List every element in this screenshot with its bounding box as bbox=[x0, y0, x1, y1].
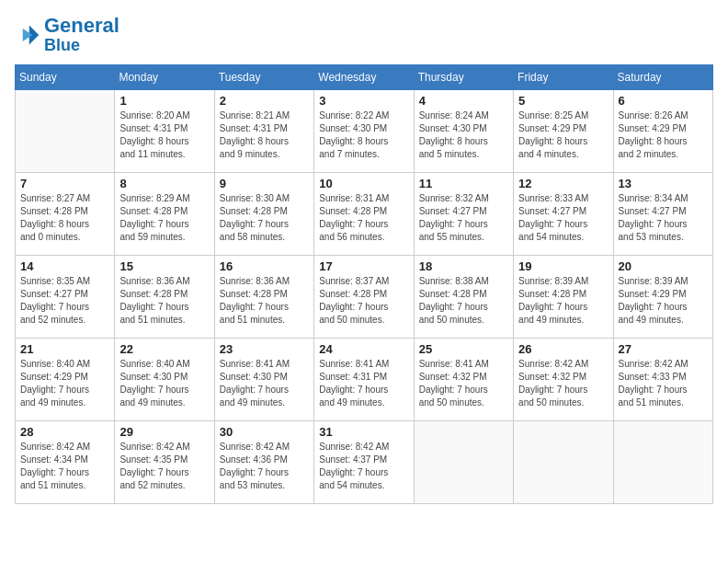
weekday-header: Tuesday bbox=[214, 64, 313, 89]
day-info: Sunrise: 8:42 AM Sunset: 4:33 PM Dayligh… bbox=[619, 358, 708, 409]
day-info: Sunrise: 8:31 AM Sunset: 4:28 PM Dayligh… bbox=[319, 192, 408, 244]
day-number: 21 bbox=[20, 342, 109, 356]
weekday-header: Monday bbox=[115, 64, 214, 89]
page-header: General Blue bbox=[15, 15, 713, 55]
day-number: 18 bbox=[419, 259, 508, 273]
day-info: Sunrise: 8:25 AM Sunset: 4:29 PM Dayligh… bbox=[518, 109, 608, 161]
day-number: 25 bbox=[419, 342, 508, 356]
calendar-header-row: SundayMondayTuesdayWednesdayThursdayFrid… bbox=[16, 64, 713, 89]
day-number: 15 bbox=[119, 259, 209, 273]
calendar-cell: 29Sunrise: 8:42 AM Sunset: 4:35 PM Dayli… bbox=[115, 420, 214, 503]
day-number: 11 bbox=[419, 177, 508, 190]
calendar-cell: 10Sunrise: 8:31 AM Sunset: 4:28 PM Dayli… bbox=[314, 172, 414, 255]
day-info: Sunrise: 8:42 AM Sunset: 4:36 PM Dayligh… bbox=[220, 441, 309, 492]
weekday-header: Friday bbox=[514, 64, 613, 89]
calendar-cell: 21Sunrise: 8:40 AM Sunset: 4:29 PM Dayli… bbox=[16, 338, 115, 420]
logo-icon bbox=[15, 22, 40, 48]
day-info: Sunrise: 8:39 AM Sunset: 4:29 PM Dayligh… bbox=[619, 275, 708, 327]
calendar-cell: 19Sunrise: 8:39 AM Sunset: 4:28 PM Dayli… bbox=[514, 255, 613, 338]
calendar-week-row: 1Sunrise: 8:20 AM Sunset: 4:31 PM Daylig… bbox=[16, 89, 713, 172]
day-number: 27 bbox=[619, 342, 708, 356]
calendar-cell: 7Sunrise: 8:27 AM Sunset: 4:28 PM Daylig… bbox=[16, 172, 115, 255]
day-number: 5 bbox=[518, 94, 608, 108]
day-info: Sunrise: 8:36 AM Sunset: 4:28 PM Dayligh… bbox=[119, 275, 209, 327]
calendar-cell: 27Sunrise: 8:42 AM Sunset: 4:33 PM Dayli… bbox=[613, 338, 712, 420]
calendar-header: SundayMondayTuesdayWednesdayThursdayFrid… bbox=[16, 64, 713, 89]
calendar-cell: 5Sunrise: 8:25 AM Sunset: 4:29 PM Daylig… bbox=[514, 89, 613, 172]
calendar-cell: 31Sunrise: 8:42 AM Sunset: 4:37 PM Dayli… bbox=[314, 420, 414, 503]
day-number: 30 bbox=[220, 425, 309, 439]
calendar-cell: 30Sunrise: 8:42 AM Sunset: 4:36 PM Dayli… bbox=[214, 420, 313, 503]
weekday-header: Saturday bbox=[613, 64, 712, 89]
day-info: Sunrise: 8:34 AM Sunset: 4:27 PM Dayligh… bbox=[619, 192, 708, 244]
day-number: 19 bbox=[518, 259, 608, 273]
calendar-cell: 28Sunrise: 8:42 AM Sunset: 4:34 PM Dayli… bbox=[16, 420, 115, 503]
calendar-week-row: 14Sunrise: 8:35 AM Sunset: 4:27 PM Dayli… bbox=[16, 255, 713, 338]
day-number: 13 bbox=[619, 177, 708, 190]
calendar-cell bbox=[414, 420, 513, 503]
day-info: Sunrise: 8:42 AM Sunset: 4:34 PM Dayligh… bbox=[20, 441, 109, 492]
day-number: 14 bbox=[20, 259, 109, 273]
calendar-cell: 23Sunrise: 8:41 AM Sunset: 4:30 PM Dayli… bbox=[214, 338, 313, 420]
calendar-cell: 20Sunrise: 8:39 AM Sunset: 4:29 PM Dayli… bbox=[613, 255, 712, 338]
day-number: 6 bbox=[619, 94, 708, 108]
logo-text: General Blue bbox=[44, 15, 119, 55]
calendar-cell: 16Sunrise: 8:36 AM Sunset: 4:28 PM Dayli… bbox=[214, 255, 313, 338]
day-info: Sunrise: 8:32 AM Sunset: 4:27 PM Dayligh… bbox=[419, 192, 508, 244]
day-info: Sunrise: 8:27 AM Sunset: 4:28 PM Dayligh… bbox=[20, 192, 109, 244]
weekday-header: Thursday bbox=[414, 64, 513, 89]
day-info: Sunrise: 8:24 AM Sunset: 4:30 PM Dayligh… bbox=[419, 109, 508, 161]
calendar-cell: 6Sunrise: 8:26 AM Sunset: 4:29 PM Daylig… bbox=[613, 89, 712, 172]
day-info: Sunrise: 8:42 AM Sunset: 4:37 PM Dayligh… bbox=[319, 441, 408, 492]
day-number: 20 bbox=[619, 259, 708, 273]
calendar-cell: 15Sunrise: 8:36 AM Sunset: 4:28 PM Dayli… bbox=[115, 255, 214, 338]
day-info: Sunrise: 8:37 AM Sunset: 4:28 PM Dayligh… bbox=[319, 275, 408, 327]
day-number: 4 bbox=[419, 94, 508, 108]
calendar-table: SundayMondayTuesdayWednesdayThursdayFrid… bbox=[15, 64, 713, 504]
calendar-week-row: 7Sunrise: 8:27 AM Sunset: 4:28 PM Daylig… bbox=[16, 172, 713, 255]
day-number: 29 bbox=[119, 425, 209, 439]
calendar-cell: 13Sunrise: 8:34 AM Sunset: 4:27 PM Dayli… bbox=[613, 172, 712, 255]
day-number: 26 bbox=[518, 342, 608, 356]
day-info: Sunrise: 8:20 AM Sunset: 4:31 PM Dayligh… bbox=[119, 109, 209, 161]
calendar-cell: 17Sunrise: 8:37 AM Sunset: 4:28 PM Dayli… bbox=[314, 255, 414, 338]
day-number: 10 bbox=[319, 177, 408, 190]
day-info: Sunrise: 8:41 AM Sunset: 4:30 PM Dayligh… bbox=[220, 358, 309, 409]
day-info: Sunrise: 8:36 AM Sunset: 4:28 PM Dayligh… bbox=[220, 275, 309, 327]
day-number: 16 bbox=[220, 259, 309, 273]
day-number: 23 bbox=[220, 342, 309, 356]
day-number: 7 bbox=[20, 177, 109, 190]
calendar-cell: 12Sunrise: 8:33 AM Sunset: 4:27 PM Dayli… bbox=[514, 172, 613, 255]
day-info: Sunrise: 8:42 AM Sunset: 4:32 PM Dayligh… bbox=[518, 358, 608, 409]
calendar-cell: 26Sunrise: 8:42 AM Sunset: 4:32 PM Dayli… bbox=[514, 338, 613, 420]
calendar-week-row: 21Sunrise: 8:40 AM Sunset: 4:29 PM Dayli… bbox=[16, 338, 713, 420]
day-number: 3 bbox=[319, 94, 408, 108]
day-info: Sunrise: 8:40 AM Sunset: 4:29 PM Dayligh… bbox=[20, 358, 109, 409]
day-info: Sunrise: 8:30 AM Sunset: 4:28 PM Dayligh… bbox=[220, 192, 309, 244]
calendar-cell: 25Sunrise: 8:41 AM Sunset: 4:32 PM Dayli… bbox=[414, 338, 513, 420]
calendar-cell: 22Sunrise: 8:40 AM Sunset: 4:30 PM Dayli… bbox=[115, 338, 214, 420]
calendar-cell: 11Sunrise: 8:32 AM Sunset: 4:27 PM Dayli… bbox=[414, 172, 513, 255]
day-info: Sunrise: 8:21 AM Sunset: 4:31 PM Dayligh… bbox=[220, 109, 309, 161]
calendar-cell: 1Sunrise: 8:20 AM Sunset: 4:31 PM Daylig… bbox=[115, 89, 214, 172]
logo: General Blue bbox=[15, 15, 119, 55]
calendar-week-row: 28Sunrise: 8:42 AM Sunset: 4:34 PM Dayli… bbox=[16, 420, 713, 503]
calendar-cell: 8Sunrise: 8:29 AM Sunset: 4:28 PM Daylig… bbox=[115, 172, 214, 255]
calendar-body: 1Sunrise: 8:20 AM Sunset: 4:31 PM Daylig… bbox=[16, 89, 713, 503]
calendar-cell: 24Sunrise: 8:41 AM Sunset: 4:31 PM Dayli… bbox=[314, 338, 414, 420]
calendar-cell bbox=[16, 89, 115, 172]
day-info: Sunrise: 8:40 AM Sunset: 4:30 PM Dayligh… bbox=[119, 358, 209, 409]
calendar-cell: 3Sunrise: 8:22 AM Sunset: 4:30 PM Daylig… bbox=[314, 89, 414, 172]
day-info: Sunrise: 8:41 AM Sunset: 4:32 PM Dayligh… bbox=[419, 358, 508, 409]
day-number: 12 bbox=[518, 177, 608, 190]
day-info: Sunrise: 8:41 AM Sunset: 4:31 PM Dayligh… bbox=[319, 358, 408, 409]
day-info: Sunrise: 8:42 AM Sunset: 4:35 PM Dayligh… bbox=[119, 441, 209, 492]
day-number: 8 bbox=[119, 177, 209, 190]
weekday-header: Wednesday bbox=[314, 64, 414, 89]
weekday-header: Sunday bbox=[16, 64, 115, 89]
day-number: 22 bbox=[119, 342, 209, 356]
calendar-cell: 14Sunrise: 8:35 AM Sunset: 4:27 PM Dayli… bbox=[16, 255, 115, 338]
day-number: 1 bbox=[119, 94, 209, 108]
day-info: Sunrise: 8:35 AM Sunset: 4:27 PM Dayligh… bbox=[20, 275, 109, 327]
calendar-cell: 9Sunrise: 8:30 AM Sunset: 4:28 PM Daylig… bbox=[214, 172, 313, 255]
